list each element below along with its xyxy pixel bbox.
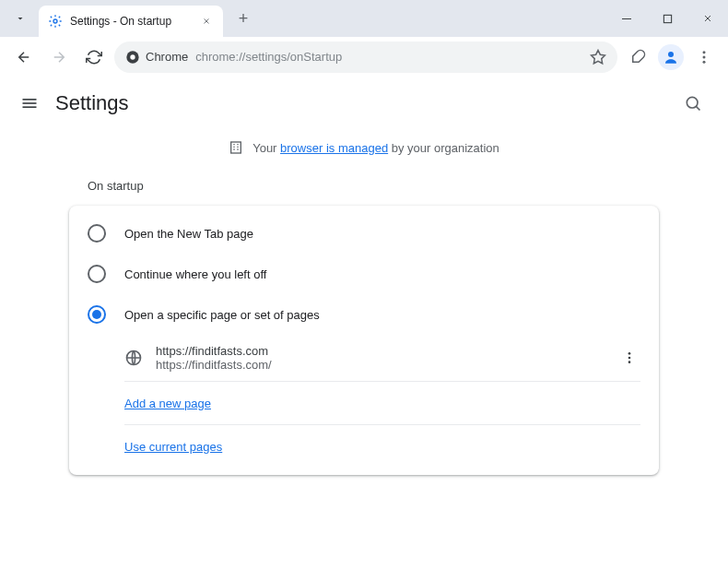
option-new-tab[interactable]: Open the New Tab page xyxy=(69,213,659,254)
startup-options-card: Open the New Tab page Continue where you… xyxy=(69,206,659,475)
section-title: On startup xyxy=(69,166,659,206)
extensions-button[interactable] xyxy=(623,42,652,72)
search-settings-button[interactable] xyxy=(676,87,710,120)
window-minimize-button[interactable] xyxy=(606,0,647,37)
svg-marker-5 xyxy=(592,50,605,63)
window-close-button[interactable] xyxy=(687,0,728,37)
back-button[interactable] xyxy=(9,42,39,72)
svg-point-17 xyxy=(628,357,631,360)
reload-button[interactable] xyxy=(79,42,109,72)
tab-close-icon[interactable] xyxy=(199,14,214,29)
bookmark-star-icon[interactable] xyxy=(590,49,606,65)
settings-menu-button[interactable] xyxy=(18,92,41,114)
radio-icon xyxy=(88,305,106,324)
option-label: Open a specific page or set of pages xyxy=(124,308,320,322)
svg-point-13 xyxy=(687,97,698,108)
profile-button[interactable] xyxy=(658,44,684,70)
svg-rect-12 xyxy=(23,106,37,108)
new-tab-button[interactable]: + xyxy=(230,6,256,31)
svg-rect-11 xyxy=(23,102,37,104)
page-title: Settings xyxy=(55,91,676,115)
managed-link[interactable]: browser is managed xyxy=(280,141,388,155)
window-maximize-button[interactable] xyxy=(647,0,687,37)
option-label: Open the New Tab page xyxy=(124,227,253,241)
svg-rect-10 xyxy=(23,99,37,101)
add-new-page-link[interactable]: Add a new page xyxy=(124,397,211,410)
tab-title: Settings - On startup xyxy=(70,15,199,28)
svg-rect-2 xyxy=(663,15,671,22)
svg-point-18 xyxy=(628,361,631,363)
search-icon xyxy=(684,94,702,113)
page-entry-menu-button[interactable] xyxy=(618,347,640,369)
forward-button xyxy=(44,42,74,72)
chrome-icon xyxy=(125,50,140,65)
svg-point-8 xyxy=(703,55,706,58)
option-label: Continue where you left off xyxy=(124,267,266,281)
svg-point-4 xyxy=(130,54,135,59)
svg-point-0 xyxy=(53,19,57,23)
svg-point-6 xyxy=(668,52,674,57)
globe-icon xyxy=(124,349,143,367)
page-entry-url: https://finditfasts.com/ xyxy=(156,358,605,372)
option-specific-pages[interactable]: Open a specific page or set of pages xyxy=(69,294,659,335)
managed-prefix: Your xyxy=(252,141,280,155)
site-chip: Chrome xyxy=(125,50,188,65)
managed-suffix: by your organization xyxy=(388,141,499,155)
svg-rect-14 xyxy=(231,142,241,153)
settings-gear-icon xyxy=(48,14,63,29)
use-current-pages-link[interactable]: Use current pages xyxy=(124,440,222,454)
svg-rect-1 xyxy=(622,18,631,19)
profile-avatar-icon xyxy=(663,49,679,65)
chrome-menu-button[interactable] xyxy=(689,42,719,72)
site-chip-label: Chrome xyxy=(146,50,188,64)
svg-point-9 xyxy=(703,60,706,63)
tab-search-dropdown[interactable] xyxy=(7,6,33,31)
managed-notice: Your browser is managed by your organiza… xyxy=(0,129,728,166)
url-input[interactable] xyxy=(195,50,582,64)
radio-icon xyxy=(88,224,106,243)
address-bar[interactable]: Chrome xyxy=(114,42,617,73)
startup-page-row: https://finditfasts.com https://finditfa… xyxy=(124,335,640,382)
building-icon xyxy=(229,140,243,155)
browser-tab[interactable]: Settings - On startup xyxy=(39,6,223,37)
radio-icon xyxy=(88,265,106,283)
page-entry-title: https://finditfasts.com xyxy=(156,344,605,358)
svg-point-16 xyxy=(628,352,631,355)
svg-point-7 xyxy=(703,51,706,53)
option-continue[interactable]: Continue where you left off xyxy=(69,254,659,294)
